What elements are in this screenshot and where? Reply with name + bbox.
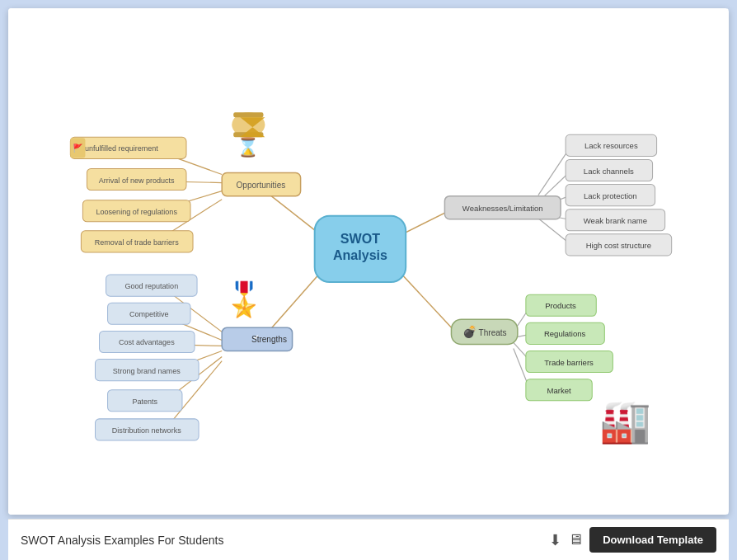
svg-text:SWOT: SWOT — [340, 231, 380, 246]
svg-text:High cost structure: High cost structure — [586, 241, 651, 250]
svg-text:Lack resources: Lack resources — [584, 141, 638, 150]
svg-text:⌛: ⌛ — [237, 136, 260, 158]
svg-text:Lack channels: Lack channels — [584, 167, 634, 176]
svg-text:Products: Products — [545, 301, 576, 310]
svg-text:Analysis: Analysis — [333, 247, 387, 262]
svg-rect-39 — [233, 112, 263, 117]
svg-text:Good reputation: Good reputation — [124, 282, 178, 290]
svg-text:An unfulfilled requirement: An unfulfilled requirement — [73, 144, 158, 153]
svg-text:🎖️: 🎖️ — [223, 280, 265, 319]
svg-text:Market: Market — [547, 386, 570, 395]
svg-text:Regulations: Regulations — [544, 329, 586, 338]
svg-text:🏭: 🏭 — [599, 397, 651, 446]
svg-text:💣: 💣 — [462, 324, 477, 339]
svg-text:Distribution networks: Distribution networks — [112, 426, 181, 435]
svg-text:Loosening of regulations: Loosening of regulations — [96, 208, 178, 216]
monitor-icon[interactable]: 🖥 — [568, 531, 583, 548]
svg-line-18 — [397, 270, 455, 332]
svg-text:Opportunities: Opportunities — [237, 181, 286, 190]
download-template-button[interactable]: Download Template — [589, 527, 716, 553]
svg-text:Weaknesses/Limitation: Weaknesses/Limitation — [462, 204, 543, 213]
svg-text:Weak brank name: Weak brank name — [584, 216, 647, 225]
svg-text:Arrival of new products: Arrival of new products — [99, 176, 175, 185]
diagram-area: SWOT Analysis Opportunities An unfulfill… — [8, 8, 729, 515]
download-icon[interactable]: ⬇ — [549, 531, 561, 549]
svg-text:Patents: Patents — [132, 398, 157, 406]
svg-text:Threats: Threats — [479, 328, 507, 337]
footer-actions: ⬇ 🖥 Download Template — [549, 527, 716, 553]
svg-text:Strengths: Strengths — [251, 335, 287, 344]
footer-bar: SWOT Analysis Examples For Students ⬇ 🖥 … — [8, 519, 729, 560]
svg-text:🚩: 🚩 — [73, 143, 83, 153]
diagram-frame: SWOT Analysis Opportunities An unfulfill… — [8, 8, 729, 515]
svg-text:Lack protection: Lack protection — [584, 191, 637, 200]
svg-text:Cost advantages: Cost advantages — [119, 338, 175, 346]
svg-text:Strong brand names: Strong brand names — [113, 367, 181, 375]
svg-text:Trade barriers: Trade barriers — [544, 358, 594, 367]
svg-text:Removal of trade barriers: Removal of trade barriers — [95, 238, 179, 247]
svg-text:Competitive: Competitive — [129, 310, 169, 318]
footer-title: SWOT Analysis Examples For Students — [21, 534, 223, 547]
